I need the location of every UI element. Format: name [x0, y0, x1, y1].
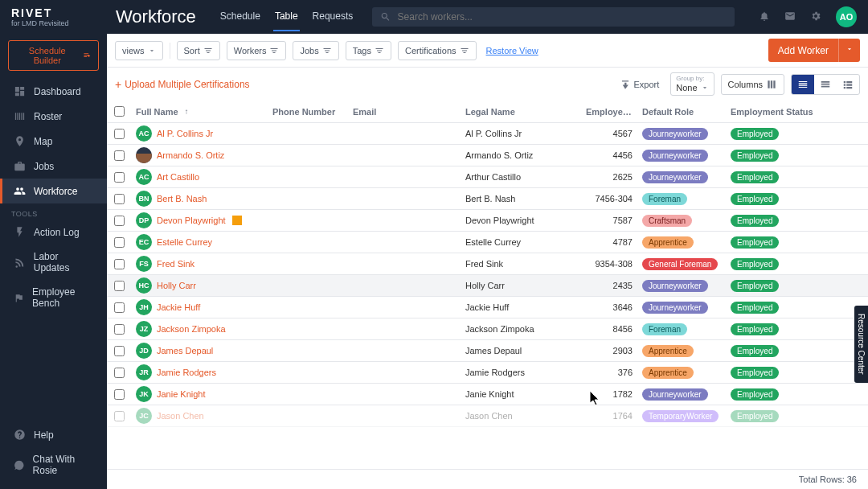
row-checkbox[interactable]	[114, 368, 125, 378]
user-avatar[interactable]: AO	[836, 6, 857, 27]
search-icon	[380, 11, 391, 23]
sidebar-item-map[interactable]: Map	[0, 129, 107, 154]
sidebar-item-chat-with-rosie[interactable]: Chat With Rosie	[0, 447, 107, 483]
row-checkbox[interactable]	[114, 129, 125, 139]
view-list[interactable]	[837, 75, 859, 94]
table-row[interactable]: JCJason ChenJason Chen1764TemporaryWorke…	[107, 405, 868, 427]
view-compact[interactable]	[792, 75, 814, 94]
map-icon	[14, 135, 26, 147]
table-row[interactable]: Armando S. OrtizArmando S. Ortiz4456Jour…	[107, 145, 868, 166]
cell-email	[348, 413, 461, 418]
worker-name-link[interactable]: Janie Knight	[157, 389, 206, 399]
sidebar-item-action-log[interactable]: Action Log	[0, 220, 107, 244]
table-row[interactable]: JDJames DepaulJames Depaul2903Apprentice…	[107, 340, 868, 362]
worker-avatar: JD	[136, 343, 152, 359]
restore-view-link[interactable]: Restore View	[486, 46, 538, 55]
upload-certs-link[interactable]: +Upload Multiple Certifications	[115, 78, 250, 91]
table-row[interactable]: JKJanie KnightJanie Knight1782Journeywor…	[107, 384, 868, 405]
worker-name-link[interactable]: Art Castillo	[157, 172, 199, 182]
cell-email	[348, 348, 461, 353]
topnav-schedule[interactable]: Schedule	[219, 2, 262, 31]
worker-name-link[interactable]: Jamie Rodgers	[157, 368, 216, 377]
columns-button[interactable]: Columns	[721, 74, 784, 95]
row-checkbox[interactable]	[114, 150, 125, 161]
row-checkbox[interactable]	[114, 194, 125, 204]
topnav-requests[interactable]: Requests	[311, 2, 355, 31]
table-row[interactable]: ACArt CastilloArthur Castillo2625Journey…	[107, 166, 868, 188]
settings-icon[interactable]	[810, 10, 821, 24]
tags-filter[interactable]: Tags	[346, 41, 391, 60]
col-role[interactable]: Default Role	[637, 105, 726, 119]
col-empid[interactable]: Employee ID	[581, 105, 637, 119]
worker-name-link[interactable]: Armando S. Ortiz	[157, 150, 224, 160]
worker-name-link[interactable]: Estelle Currey	[157, 237, 212, 247]
row-checkbox[interactable]	[114, 237, 125, 248]
table-row[interactable]: BNBert B. NashBert B. Nash7456-304Forema…	[107, 188, 868, 210]
row-checkbox[interactable]	[114, 216, 125, 226]
filter-icon	[375, 45, 384, 56]
sidebar-item-jobs[interactable]: Jobs	[0, 154, 107, 179]
col-status[interactable]: Employment Status	[726, 105, 822, 119]
worker-name-link[interactable]: James Depaul	[157, 346, 213, 355]
worker-name-link[interactable]: Jackson Zimpoka	[157, 324, 226, 334]
export-button[interactable]: Export	[615, 76, 665, 93]
sidebar-item-roster[interactable]: Roster	[0, 104, 107, 129]
worker-name-link[interactable]: Al P. Collins Jr	[157, 129, 213, 138]
col-phone[interactable]: Phone Number	[268, 105, 348, 119]
add-worker-button[interactable]: Add Worker	[768, 39, 838, 62]
sidebar-item-help[interactable]: Help	[0, 422, 107, 447]
select-all-checkbox[interactable]	[114, 106, 125, 117]
views-dropdown[interactable]: views	[115, 41, 163, 60]
table-row[interactable]: JHJackie HuffJackie Huff3646Journeyworke…	[107, 297, 868, 318]
worker-name-link[interactable]: Fred Sink	[157, 259, 194, 269]
flag-badge-icon	[232, 216, 242, 225]
search-input[interactable]	[398, 11, 727, 23]
worker-name-link[interactable]: Bert B. Nash	[157, 194, 207, 203]
cell-phone	[268, 413, 348, 418]
workers-filter[interactable]: Workers	[227, 41, 287, 60]
table-row[interactable]: HCHolly CarrHolly Carr2435JourneyworkerE…	[107, 275, 868, 297]
sort-filter[interactable]: Sort	[177, 41, 220, 60]
sidebar-item-employee-bench[interactable]: Employee Bench	[0, 280, 107, 315]
col-fullname[interactable]: Full Name↑	[131, 105, 268, 119]
group-by-dropdown[interactable]: Group by: None	[670, 72, 714, 96]
worker-name-link[interactable]: Jason Chen	[157, 411, 204, 421]
table-row[interactable]: FSFred SinkFred Sink9354-308General Fore…	[107, 253, 868, 275]
table-row[interactable]: ECEstelle CurreyEstelle Currey4787Appren…	[107, 232, 868, 253]
row-checkbox[interactable]	[114, 281, 125, 291]
search-box[interactable]	[372, 7, 735, 27]
cell-email	[348, 153, 461, 158]
row-checkbox[interactable]	[114, 172, 125, 183]
row-checkbox[interactable]	[114, 411, 125, 421]
cell-empid: 2435	[581, 278, 637, 293]
table-row[interactable]: DPDevon PlaywrightDevon Playwright7587Cr…	[107, 210, 868, 232]
table-row[interactable]: JRJamie RodgersJamie Rodgers376Apprentic…	[107, 362, 868, 384]
sidebar-item-dashboard[interactable]: Dashboard	[0, 79, 107, 104]
sidebar-item-workforce[interactable]: Workforce	[0, 179, 107, 203]
row-checkbox[interactable]	[114, 324, 125, 335]
mail-icon[interactable]	[784, 10, 796, 24]
topnav-table[interactable]: Table	[273, 2, 300, 31]
status-pill: Employed	[731, 215, 779, 227]
worker-name-link[interactable]: Devon Playwright	[157, 216, 226, 225]
schedule-builder-button[interactable]: Schedule Builder	[8, 40, 99, 71]
table-wrap[interactable]: Full Name↑ Phone Number Email Legal Name…	[107, 101, 868, 469]
certs-filter[interactable]: Certifications	[398, 41, 477, 60]
table-row[interactable]: ACAl P. Collins JrAl P. Collins Jr4567Jo…	[107, 123, 868, 145]
resource-center-tab[interactable]: Resource Center	[854, 306, 868, 383]
table-row[interactable]: JZJackson ZimpokaJackson Zimpoka8456Fore…	[107, 318, 868, 340]
row-checkbox[interactable]	[114, 259, 125, 269]
notifications-icon[interactable]	[759, 10, 770, 24]
row-checkbox[interactable]	[114, 389, 125, 400]
row-checkbox[interactable]	[114, 302, 125, 313]
jobs-filter[interactable]: Jobs	[293, 41, 338, 60]
worker-name-link[interactable]: Jackie Huff	[157, 302, 200, 312]
worker-name-link[interactable]: Holly Carr	[157, 281, 196, 290]
row-checkbox[interactable]	[114, 346, 125, 356]
add-worker-dropdown[interactable]	[838, 39, 860, 62]
table-header: Full Name↑ Phone Number Email Legal Name…	[107, 101, 868, 123]
sidebar-item-labor-updates[interactable]: Labor Updates	[0, 244, 107, 280]
col-legal[interactable]: Legal Name	[461, 105, 581, 119]
view-comfy[interactable]	[814, 75, 837, 94]
col-email[interactable]: Email	[348, 105, 461, 119]
